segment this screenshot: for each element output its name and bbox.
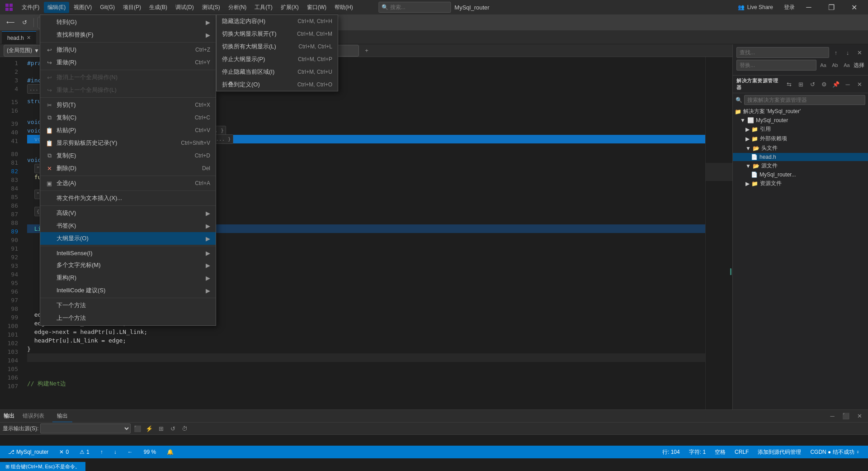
menu-section-advanced: 高级(V) ▶ 书签(K) ▶ 大纲显示(O) ▶ xyxy=(40,206,216,246)
toggle-outline-shortcut: Ctrl+M, Ctrl+M xyxy=(297,31,332,37)
select-all-shortcut: Ctrl+A xyxy=(195,180,210,186)
global-undo-icon: ↩ xyxy=(46,74,53,81)
global-undo-label: 撤消上一个全局操作(N) xyxy=(57,73,210,81)
bookmarks-menu-item[interactable]: 书签(K) ▶ xyxy=(40,219,216,232)
intellicode-label: IntelliCode 建议(S) xyxy=(57,286,198,295)
multicursor-icon xyxy=(46,262,53,269)
paste-history-icon: 📋 xyxy=(46,139,53,147)
outline-arrow-icon: ▶ xyxy=(206,235,210,242)
menu-section-clipboard: ✂ 剪切(T) Ctrl+X ⧉ 复制(C) Ctrl+C 📋 粘贴(P) Ct… xyxy=(40,98,216,176)
prev-method-menu-item[interactable]: 上一个方法 xyxy=(40,312,216,324)
intellisense-label: IntelliSense(I) xyxy=(57,250,198,257)
goto-icon xyxy=(46,19,53,26)
undo-label: 撤消(U) xyxy=(57,46,192,54)
menu-section-methods: 下一个方法 上一个方法 xyxy=(40,298,216,325)
advanced-menu-item[interactable]: 高级(V) ▶ xyxy=(40,207,216,219)
paste-history-label: 显示剪贴板历史记录(Y) xyxy=(57,139,177,147)
advanced-icon xyxy=(46,209,53,217)
delete-shortcut: Del xyxy=(202,165,210,171)
toggle-all-outline-item[interactable]: 切换所有大纲显示(L) Ctrl+M, Ctrl+L xyxy=(217,40,338,53)
toggle-all-outline-label: 切换所有大纲显示(L) xyxy=(222,43,295,51)
insert-file-icon xyxy=(46,195,53,202)
prev-method-label: 上一个方法 xyxy=(57,314,210,322)
stop-outline-item[interactable]: 停止大纲显示(P) Ctrl+M, Ctrl+P xyxy=(217,53,338,66)
duplicate-shortcut: Ctrl+D xyxy=(195,152,210,159)
edit-menu: 转到(G) ▶ 查找和替换(F) ▶ ↩ 撤消(U) Ctrl+Z ↪ 重做(R… xyxy=(40,14,216,326)
toggle-outline-item[interactable]: 切换大纲显示展开(T) Ctrl+M, Ctrl+M xyxy=(217,28,338,40)
next-method-icon xyxy=(46,302,53,309)
outline-submenu: 隐藏选定内容(H) Ctrl+M, Ctrl+H 切换大纲显示展开(T) Ctr… xyxy=(216,14,338,91)
multicursor-arrow-icon: ▶ xyxy=(206,262,210,269)
cut-shortcut: Ctrl+X xyxy=(195,102,210,108)
menu-section-intellisense: IntelliSense(I) ▶ 多个文字光标(M) ▶ 重构(R) ▶ In… xyxy=(40,246,216,298)
collapse-to-def-label: 折叠到定义(O) xyxy=(222,81,294,89)
collapse-to-def-shortcut: Ctrl+M, Ctrl+O xyxy=(297,81,332,88)
bookmarks-label: 书签(K) xyxy=(57,222,198,230)
menu-section-undo: ↩ 撤消(U) Ctrl+Z ↪ 重做(R) Ctrl+Y xyxy=(40,43,216,70)
delete-icon: ✕ xyxy=(46,165,53,172)
global-redo-menu-item[interactable]: ↪ 重做上一个全局操作(L) xyxy=(40,84,216,96)
prev-method-icon xyxy=(46,314,53,322)
delete-menu-item[interactable]: ✕ 删除(D) Del xyxy=(40,162,216,175)
global-undo-menu-item[interactable]: ↩ 撤消上一个全局操作(N) xyxy=(40,71,216,84)
toggle-all-outline-shortcut: Ctrl+M, Ctrl+L xyxy=(298,43,332,50)
copy-menu-item[interactable]: ⧉ 复制(C) Ctrl+C xyxy=(40,111,216,124)
stop-hide-region-item[interactable]: 停止隐藏当前区域(I) Ctrl+M, Ctrl+U xyxy=(217,66,338,78)
duplicate-menu-item[interactable]: ⧉ 复制(E) Ctrl+D xyxy=(40,149,216,162)
multicursor-menu-item[interactable]: 多个文字光标(M) ▶ xyxy=(40,259,216,271)
paste-history-shortcut: Ctrl+Shift+V xyxy=(181,140,210,146)
goto-label: 转到(G) xyxy=(57,18,198,26)
find-replace-icon xyxy=(46,31,53,38)
paste-icon: 📋 xyxy=(46,127,53,134)
next-method-label: 下一个方法 xyxy=(57,301,210,309)
insert-file-menu-item[interactable]: 将文件作为文本插入(X)... xyxy=(40,192,216,205)
menu-section-select: ▣ 全选(A) Ctrl+A xyxy=(40,176,216,191)
stop-outline-shortcut: Ctrl+M, Ctrl+P xyxy=(298,56,332,62)
select-all-menu-item[interactable]: ▣ 全选(A) Ctrl+A xyxy=(40,177,216,190)
bookmarks-arrow-icon: ▶ xyxy=(206,223,210,229)
intellisense-icon xyxy=(46,249,53,257)
stop-outline-label: 停止大纲显示(P) xyxy=(222,55,294,63)
menu-section-global-undo: ↩ 撤消上一个全局操作(N) ↪ 重做上一个全局操作(L) xyxy=(40,70,216,98)
redo-icon: ↪ xyxy=(46,59,53,66)
outline-menu-item[interactable]: 大纲显示(O) ▶ xyxy=(40,232,216,245)
paste-history-menu-item[interactable]: 📋 显示剪贴板历史记录(Y) Ctrl+Shift+V xyxy=(40,137,216,149)
refactor-arrow-icon: ▶ xyxy=(206,275,210,281)
intellisense-menu-item[interactable]: IntelliSense(I) ▶ xyxy=(40,247,216,259)
select-all-icon: ▣ xyxy=(46,180,53,187)
refactor-label: 重构(R) xyxy=(57,274,198,282)
intellicode-menu-item[interactable]: IntelliCode 建议(S) ▶ xyxy=(40,284,216,297)
intellisense-arrow-icon: ▶ xyxy=(206,250,210,257)
find-replace-arrow-icon: ▶ xyxy=(206,32,210,38)
find-replace-menu-item[interactable]: 查找和替换(F) ▶ xyxy=(40,29,216,41)
toggle-outline-label: 切换大纲显示展开(T) xyxy=(222,30,293,38)
multicursor-label: 多个文字光标(M) xyxy=(57,261,198,269)
paste-menu-item[interactable]: 📋 粘贴(P) Ctrl+V xyxy=(40,124,216,137)
cut-label: 剪切(T) xyxy=(57,101,191,109)
undo-menu-item[interactable]: ↩ 撤消(U) Ctrl+Z xyxy=(40,43,216,56)
global-redo-icon: ↪ xyxy=(46,86,53,94)
goto-arrow-icon: ▶ xyxy=(206,19,210,26)
copy-label: 复制(C) xyxy=(57,114,191,122)
goto-menu-item[interactable]: 转到(G) ▶ xyxy=(40,16,216,29)
select-all-label: 全选(A) xyxy=(57,179,191,187)
menu-section-insert-file: 将文件作为文本插入(X)... xyxy=(40,191,216,206)
find-replace-label: 查找和替换(F) xyxy=(57,31,198,39)
context-menu-overlay[interactable]: 转到(G) ▶ 查找和替换(F) ▶ ↩ 撤消(U) Ctrl+Z ↪ 重做(R… xyxy=(0,0,868,471)
hide-selected-label: 隐藏选定内容(H) xyxy=(222,17,294,25)
cut-menu-item[interactable]: ✂ 剪切(T) Ctrl+X xyxy=(40,99,216,111)
stop-hide-region-label: 停止隐藏当前区域(I) xyxy=(222,68,294,76)
menu-section-goto: 转到(G) ▶ 查找和替换(F) ▶ xyxy=(40,15,216,43)
bookmarks-icon xyxy=(46,222,53,229)
duplicate-icon: ⧉ xyxy=(46,152,53,159)
collapse-to-def-item[interactable]: 折叠到定义(O) Ctrl+M, Ctrl+O xyxy=(217,78,338,91)
cut-icon: ✂ xyxy=(46,101,53,109)
paste-shortcut: Ctrl+V xyxy=(195,127,210,133)
hide-selected-item[interactable]: 隐藏选定内容(H) Ctrl+M, Ctrl+H xyxy=(217,15,338,28)
redo-menu-item[interactable]: ↪ 重做(R) Ctrl+Y xyxy=(40,56,216,69)
refactor-menu-item[interactable]: 重构(R) ▶ xyxy=(40,271,216,284)
copy-shortcut: Ctrl+C xyxy=(195,114,210,121)
copy-icon: ⧉ xyxy=(46,114,53,121)
next-method-menu-item[interactable]: 下一个方法 xyxy=(40,299,216,312)
insert-file-label: 将文件作为文本插入(X)... xyxy=(57,194,210,202)
